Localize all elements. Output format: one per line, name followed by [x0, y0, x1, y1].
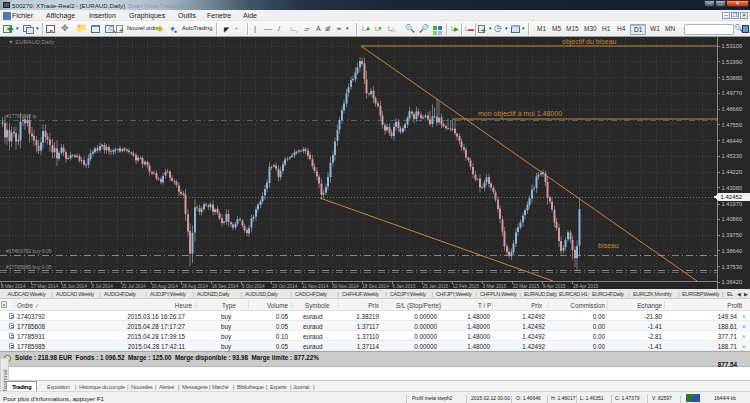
- svg-text:1.46440: 1.46440: [722, 138, 743, 144]
- svg-text:▼ EURAUD,Daily: ▼ EURAUD,Daily: [8, 39, 54, 45]
- svg-text:1.53100: 1.53100: [722, 43, 743, 49]
- svg-text:1.45330: 1.45330: [722, 153, 743, 159]
- svg-text:1.39750: 1.39750: [722, 232, 743, 238]
- svg-text:1.37530: 1.37530: [722, 264, 743, 270]
- svg-text:1.40860: 1.40860: [722, 216, 743, 222]
- svg-text:1.49770: 1.49770: [722, 90, 743, 96]
- svg-text:1.38640: 1.38640: [722, 248, 743, 254]
- svg-text:1.42452: 1.42452: [721, 194, 743, 200]
- svg-text:objectif du biseau: objectif du biseau: [562, 38, 617, 46]
- svg-text:#17785608 tp: #17785608 tp: [6, 113, 37, 119]
- svg-text:mon objectif à moi 1.48000: mon objectif à moi 1.48000: [478, 110, 562, 118]
- svg-text:1.44220: 1.44220: [722, 169, 743, 175]
- svg-text:1.41970: 1.41970: [722, 201, 743, 207]
- svg-text:1.36420: 1.36420: [722, 279, 743, 285]
- svg-text:biseau: biseau: [598, 242, 619, 249]
- svg-text:1.47550: 1.47550: [722, 122, 743, 128]
- svg-text:1.50880: 1.50880: [722, 75, 743, 81]
- svg-text:1.43080: 1.43080: [722, 185, 743, 191]
- svg-text:#17403792 buy 0.05: #17403792 buy 0.05: [6, 248, 52, 254]
- svg-text:1.51990: 1.51990: [722, 59, 743, 65]
- svg-text:#17785985 buy 0.05: #17785985 buy 0.05: [6, 264, 52, 270]
- svg-text:1.48660: 1.48660: [722, 106, 743, 112]
